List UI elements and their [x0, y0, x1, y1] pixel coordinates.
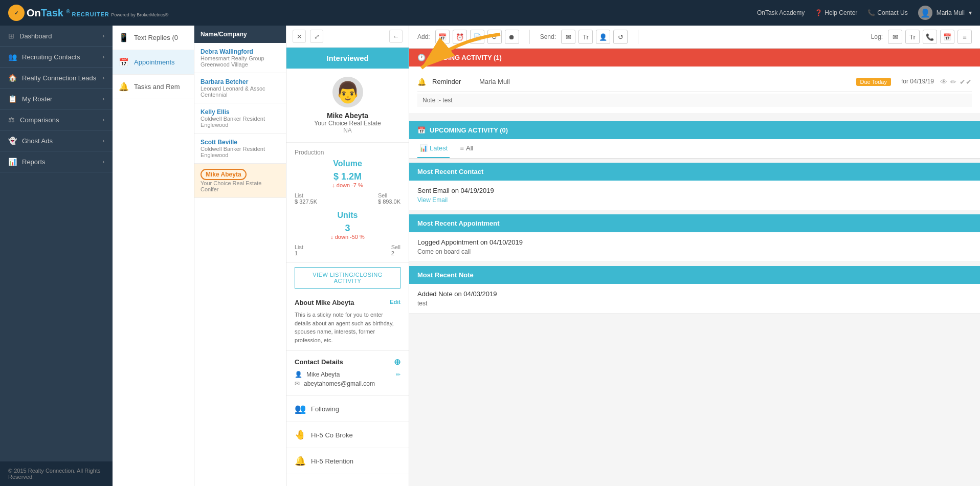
- tab-all-label: All: [466, 144, 473, 152]
- tab-text-replies[interactable]: 📱 Text Replies (0: [113, 26, 194, 50]
- sidebar-item-label: Reports: [22, 158, 46, 166]
- send-refresh-button[interactable]: ↺: [613, 30, 628, 44]
- following-icon: 👥: [295, 403, 306, 414]
- units-list-sell: List 1 Sell 2: [295, 244, 400, 256]
- profile-info: 👨 Mike Abeyta Your Choice Real Estate NA: [286, 69, 409, 143]
- most-recent-appointment-header: Most Recent Appointment: [409, 214, 980, 232]
- contacts-table-panel: Name/Company Debra Wallingford Homesmart…: [194, 26, 286, 486]
- add-calendar-button[interactable]: 📅: [435, 30, 450, 44]
- contact-company: Coldwell Banker Resident: [201, 116, 280, 122]
- edit-button[interactable]: Edit: [390, 299, 400, 305]
- profile-state: NA: [343, 127, 352, 134]
- list-value: $ 327.5K: [295, 198, 317, 205]
- hide-button[interactable]: 👁: [940, 78, 947, 86]
- contact-company: Homesmart Realty Group: [201, 55, 280, 61]
- contact-details-section: Contact Details ⊕ 👤 Mike Abeyta ✏ ✉ abey…: [286, 351, 409, 396]
- following-section[interactable]: 👥 Following: [286, 396, 409, 422]
- sidebar-item-label: Dashboard: [19, 32, 52, 40]
- question-icon: ❓: [815, 9, 822, 16]
- log-more-button[interactable]: ≡: [957, 30, 972, 44]
- send-contact-button[interactable]: 👤: [596, 30, 610, 44]
- activity-date: for 04/19/19: [901, 78, 934, 85]
- log-call-button[interactable]: 📞: [923, 30, 937, 44]
- list-section: List $ 327.5K: [295, 192, 317, 205]
- send-toolbar-section: Send: ✉ Tr 👤 ↺: [540, 30, 628, 44]
- add-note-button[interactable]: 📄: [470, 30, 484, 44]
- view-email-link[interactable]: View Email: [417, 196, 972, 204]
- log-email-button[interactable]: ✉: [888, 30, 902, 44]
- view-listing-button[interactable]: VIEW LISTING/CLOSING ACTIVITY: [295, 267, 400, 289]
- log-template-button[interactable]: Tr: [905, 30, 920, 44]
- dashboard-icon: ⊞: [8, 32, 14, 40]
- hi5-retention-section[interactable]: 🔔 Hi-5 Retention: [286, 448, 409, 474]
- contact-list-panel: 📱 Text Replies (0 📅 Appointments 🔔 Tasks…: [113, 26, 194, 486]
- contact-city: Greenwood Village: [201, 61, 280, 68]
- log-calendar-button[interactable]: 📅: [940, 30, 954, 44]
- sidebar-item-label: Comparisons: [20, 116, 59, 124]
- contact-row-active[interactable]: Mike Abeyta Your Choice Real Estate Coni…: [194, 164, 286, 198]
- add-refresh-button[interactable]: ↺: [487, 30, 502, 44]
- contact-name: Scott Beville: [201, 139, 280, 146]
- user-menu[interactable]: 👤 Maria Mull ▾: [918, 6, 972, 20]
- pending-icon: 🕐: [417, 54, 426, 61]
- contact-row[interactable]: Barbara Betcher Leonard Leonard & Assoc …: [194, 73, 286, 103]
- latest-icon: 📊: [419, 144, 428, 152]
- academy-link[interactable]: OnTask Academy: [757, 9, 805, 16]
- toolbar-divider: [529, 30, 530, 44]
- profile-status: Interviewed: [326, 54, 369, 62]
- units-count: 3: [295, 223, 400, 234]
- contact-row[interactable]: Scott Beville Coldwell Banker Resident E…: [194, 134, 286, 164]
- most-recent-contact-header: Most Recent Contact: [409, 163, 980, 181]
- contact-company: Coldwell Banker Resident: [201, 146, 280, 152]
- expand-button[interactable]: ⤢: [310, 30, 323, 43]
- logo-text-group: OnTask ® RECRUITER Powered by BrokerMetr…: [27, 7, 168, 19]
- add-label: Add:: [417, 33, 430, 40]
- units-list-value: 1: [295, 250, 303, 256]
- hi5-cobroke-section[interactable]: 🤚 Hi-5 Co Broke: [286, 422, 409, 448]
- cobroke-label: Hi-5 Co Broke: [311, 431, 353, 439]
- add-clock-button[interactable]: ⏰: [453, 30, 467, 44]
- complete-button[interactable]: ✔✔: [960, 78, 972, 86]
- units-list-section: List 1: [295, 244, 303, 256]
- add-record-button[interactable]: ⏺: [505, 30, 519, 44]
- roster-icon: 📋: [8, 95, 17, 103]
- tab-label: Tasks and Rem: [134, 83, 180, 91]
- sidebar-item-recruiting-contacts[interactable]: 👥 Recruiting Contacts ›: [0, 47, 113, 68]
- add-toolbar-section: Add: 📅 ⏰ 📄 ↺ ⏺: [417, 30, 519, 44]
- user-dropdown-icon: ▾: [969, 9, 972, 16]
- detail-email: abeytahomes@gmail.com: [304, 380, 375, 387]
- chevron-right-icon: ›: [103, 159, 104, 165]
- sidebar-item-ghost-ads[interactable]: 👻 Ghost Ads ›: [0, 130, 113, 151]
- tab-latest[interactable]: 📊 Latest: [417, 139, 450, 158]
- add-detail-button[interactable]: ⊕: [394, 357, 400, 367]
- contact-us-link[interactable]: 📞 Contact Us: [867, 9, 907, 16]
- close-button[interactable]: ✕: [293, 30, 306, 43]
- contact-row[interactable]: Debra Wallingford Homesmart Realty Group…: [194, 43, 286, 73]
- edit-activity-button[interactable]: ✏: [950, 78, 956, 86]
- tab-appointments[interactable]: 📅 Appointments: [113, 50, 194, 75]
- contact-row[interactable]: Kelly Ellis Coldwell Banker Resident Eng…: [194, 103, 286, 134]
- toolbar-divider-2: [638, 30, 638, 44]
- sidebar-item-label: Recruiting Contacts: [22, 53, 80, 61]
- send-template-button[interactable]: Tr: [578, 30, 593, 44]
- profile-status-header: Interviewed: [286, 48, 409, 69]
- edit-name-button[interactable]: ✏: [396, 371, 400, 378]
- activity-type: Reminder: [432, 78, 473, 85]
- sidebar-item-dashboard[interactable]: ⊞ Dashboard ›: [0, 26, 113, 47]
- tab-all[interactable]: ≡ All: [458, 139, 475, 158]
- tab-label: Appointments: [134, 58, 175, 66]
- sidebar-item-my-roster[interactable]: 📋 My Roster ›: [0, 89, 113, 109]
- help-center-link[interactable]: ❓ Help Center: [815, 9, 857, 16]
- back-button[interactable]: ←: [389, 30, 403, 43]
- sidebar-item-comparisons[interactable]: ⚖ Comparisons ›: [0, 109, 113, 130]
- sidebar-item-reports[interactable]: 📊 Reports ›: [0, 151, 113, 172]
- logo: ✓ OnTask ® RECRUITER Powered by BrokerMe…: [8, 5, 168, 21]
- chevron-right-icon: ›: [103, 33, 104, 39]
- tab-tasks[interactable]: 🔔 Tasks and Rem: [113, 75, 194, 99]
- contact-details-title: Contact Details ⊕: [295, 357, 400, 367]
- send-email-button[interactable]: ✉: [561, 30, 575, 44]
- sidebar-item-realty-connection[interactable]: 🏠 Realty Connection Leads ›: [0, 68, 113, 89]
- chevron-right-icon: ›: [103, 75, 104, 81]
- logo-trademark: ®: [66, 9, 70, 14]
- following-label: Following: [311, 405, 339, 413]
